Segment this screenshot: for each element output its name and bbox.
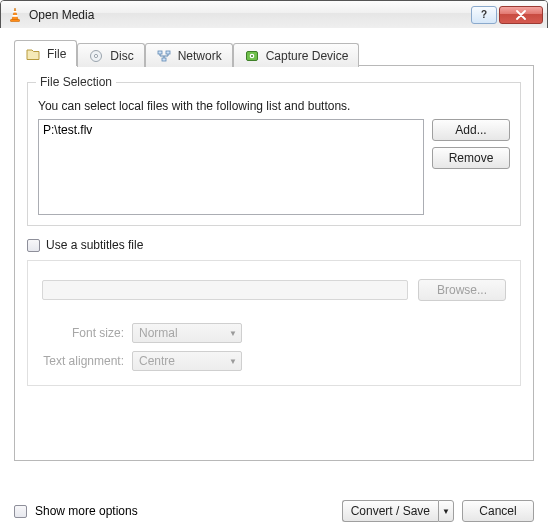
chevron-down-icon: ▼ (229, 329, 237, 338)
cancel-button[interactable]: Cancel (462, 500, 534, 522)
tab-capture[interactable]: Capture Device (233, 43, 360, 67)
file-selection-group: File Selection You can select local file… (27, 82, 521, 226)
tab-file-label: File (47, 47, 66, 61)
file-selection-hint: You can select local files with the foll… (38, 99, 510, 113)
browse-subtitle-label: Browse... (437, 283, 487, 297)
tab-disc[interactable]: Disc (77, 43, 144, 67)
show-more-checkbox[interactable] (14, 505, 27, 518)
svg-point-11 (251, 55, 253, 57)
svg-point-5 (95, 54, 98, 57)
file-list[interactable]: P:\test.flv (38, 119, 424, 215)
subtitle-path-field (42, 280, 408, 300)
close-button[interactable] (499, 6, 543, 24)
font-size-combo: Normal ▼ (132, 323, 242, 343)
tab-network-label: Network (178, 49, 222, 63)
font-size-label: Font size: (42, 326, 132, 340)
svg-rect-6 (158, 51, 162, 54)
convert-save-button[interactable]: Convert / Save (342, 500, 438, 522)
tabstrip: File Disc Network (14, 40, 534, 66)
help-button[interactable]: ? (471, 6, 497, 24)
remove-button-label: Remove (449, 151, 494, 165)
use-subtitles-checkbox[interactable] (27, 239, 40, 252)
disc-icon (88, 48, 104, 64)
capture-device-icon (244, 48, 260, 64)
text-alignment-combo: Centre ▼ (132, 351, 242, 371)
svg-marker-0 (12, 8, 18, 20)
svg-rect-8 (162, 58, 166, 61)
add-button[interactable]: Add... (432, 119, 510, 141)
file-icon (25, 46, 41, 62)
browse-subtitle-button: Browse... (418, 279, 506, 301)
remove-button[interactable]: Remove (432, 147, 510, 169)
network-icon (156, 48, 172, 64)
subtitles-group: Browse... Font size: Normal ▼ Text align… (27, 260, 521, 386)
use-subtitles-label: Use a subtitles file (46, 238, 143, 252)
svg-rect-2 (12, 15, 18, 17)
font-size-value: Normal (139, 326, 178, 340)
chevron-down-icon: ▼ (229, 357, 237, 366)
convert-save-splitbutton[interactable]: Convert / Save ▼ (342, 500, 454, 522)
show-more-label: Show more options (35, 504, 138, 518)
convert-save-dropdown[interactable]: ▼ (438, 500, 454, 522)
file-selection-legend: File Selection (36, 75, 116, 89)
text-alignment-label: Text alignment: (42, 354, 132, 368)
text-alignment-value: Centre (139, 354, 175, 368)
convert-save-label: Convert / Save (351, 504, 430, 518)
add-button-label: Add... (455, 123, 486, 137)
tab-network[interactable]: Network (145, 43, 233, 67)
vlc-cone-icon (7, 7, 23, 23)
tab-file[interactable]: File (14, 40, 77, 66)
svg-rect-1 (13, 11, 17, 13)
dialog-footer: Show more options Convert / Save ▼ Cance… (14, 500, 534, 522)
tab-disc-label: Disc (110, 49, 133, 63)
svg-rect-7 (166, 51, 170, 54)
tab-panel-file: File Selection You can select local file… (14, 65, 534, 461)
cancel-button-label: Cancel (479, 504, 516, 518)
list-item[interactable]: P:\test.flv (43, 122, 419, 138)
titlebar: Open Media ? (1, 1, 547, 29)
svg-rect-3 (11, 19, 20, 21)
use-subtitles-row[interactable]: Use a subtitles file (27, 238, 521, 252)
window-title: Open Media (29, 8, 94, 22)
client-area: File Disc Network (0, 28, 548, 532)
tab-capture-label: Capture Device (266, 49, 349, 63)
